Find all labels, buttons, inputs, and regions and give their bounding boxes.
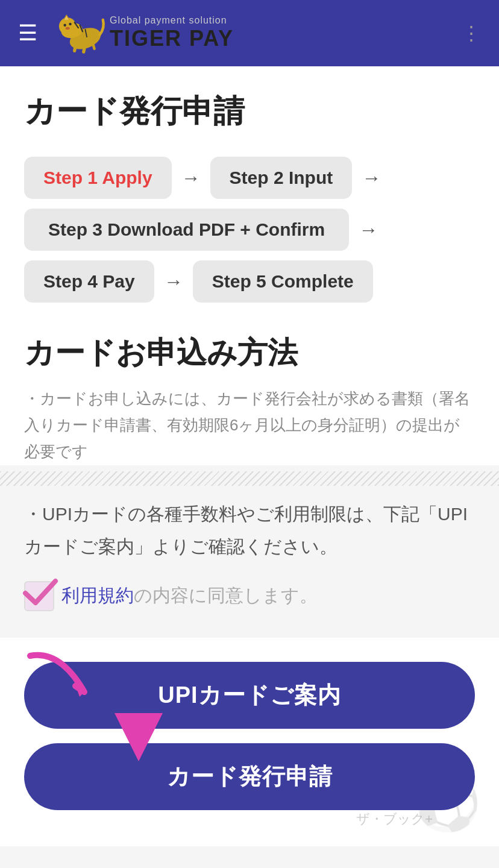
step-arrow-2: → bbox=[362, 167, 381, 189]
steps-container: Step 1 Apply → Step 2 Input → Step 3 Dow… bbox=[24, 157, 475, 303]
step-3-badge[interactable]: Step 3 Download PDF + Confirm bbox=[24, 209, 349, 251]
arrow-annotation-icon bbox=[12, 644, 108, 716]
step-arrow-4: → bbox=[164, 271, 183, 293]
tiger-logo-icon bbox=[55, 9, 110, 57]
terms-checkbox-row: 利用規約の内容に同意します。 bbox=[24, 581, 475, 611]
logo-area: Global payment solution TIGER PAY bbox=[49, 9, 456, 57]
terms-checkbox[interactable] bbox=[24, 581, 54, 611]
svg-line-9 bbox=[75, 42, 77, 51]
svg-marker-15 bbox=[115, 713, 163, 761]
svg-line-10 bbox=[84, 44, 86, 52]
down-arrow-annotation-icon bbox=[102, 713, 175, 773]
card-application-button[interactable]: カード発行申請 bbox=[24, 743, 475, 810]
step-2-badge[interactable]: Step 2 Input bbox=[210, 157, 353, 199]
page-content: カード発行申請 Step 1 Apply → Step 2 Input → St… bbox=[0, 66, 499, 465]
svg-point-7 bbox=[69, 23, 71, 25]
info-text-1: ・カードお申し込みには、カード発行会社が求める書類（署名入りカード申請書、有効期… bbox=[24, 385, 475, 465]
buttons-section: UPIカードご案内 カード発行申請 ⚽ ザ・ブック+ bbox=[0, 638, 499, 846]
steps-row-1: Step 1 Apply → Step 2 Input → bbox=[24, 157, 475, 199]
terms-link[interactable]: 利用規約 bbox=[61, 585, 134, 605]
step-arrow-3: → bbox=[359, 219, 378, 241]
page-title: カード発行申請 bbox=[24, 90, 475, 133]
header: ☰ Global p bbox=[0, 0, 499, 66]
step-arrow-1: → bbox=[181, 167, 201, 189]
step-5-badge[interactable]: Step 5 Complete bbox=[193, 260, 373, 303]
svg-point-2 bbox=[59, 17, 76, 34]
svg-point-6 bbox=[63, 24, 66, 26]
step-4-badge[interactable]: Step 4 Pay bbox=[24, 260, 154, 303]
section-title: カードお申込み方法 bbox=[24, 333, 475, 373]
watermark-text: ザ・ブック+ bbox=[356, 810, 433, 828]
step-1-badge[interactable]: Step 1 Apply bbox=[24, 157, 172, 199]
card-button-wrapper: カード発行申請 bbox=[24, 743, 475, 810]
logo-title: TIGER PAY bbox=[110, 26, 234, 51]
steps-row-2: Step 3 Download PDF + Confirm → bbox=[24, 209, 475, 251]
steps-row-3: Step 4 Pay → Step 5 Complete bbox=[24, 260, 475, 303]
terms-label: 利用規約の内容に同意します。 bbox=[61, 583, 318, 608]
torn-divider-bottom bbox=[0, 623, 499, 638]
info-text-2: ・UPIカードの各種手数料やご利用制限は、下記「UPIカードご案内」よりご確認く… bbox=[24, 498, 475, 563]
svg-point-8 bbox=[66, 27, 70, 30]
torn-divider-top bbox=[0, 471, 499, 486]
upi-button-wrapper: UPIカードご案内 bbox=[24, 662, 475, 729]
checkmark-icon bbox=[22, 576, 58, 609]
logo-text: Global payment solution TIGER PAY bbox=[110, 15, 234, 51]
logo-subtitle: Global payment solution bbox=[110, 15, 234, 26]
more-options-button[interactable]: ⋮ bbox=[456, 16, 487, 51]
hamburger-button[interactable]: ☰ bbox=[12, 16, 49, 50]
gray-content-section: ・UPIカードの各種手数料やご利用制限は、下記「UPIカードご案内」よりご確認く… bbox=[0, 486, 499, 623]
